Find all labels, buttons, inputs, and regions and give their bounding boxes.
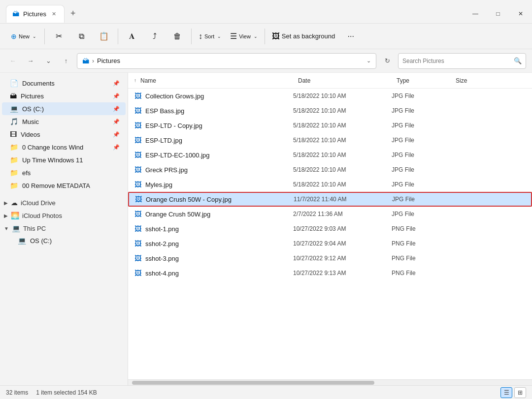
toolbar-separator-1 [44, 29, 45, 44]
file-date: 11/7/2022 11:40 AM [294, 196, 392, 203]
sidebar-group-icloud-drive[interactable]: ▶ ☁ iCloud Drive [0, 196, 128, 209]
view-icon: ☰ [230, 31, 237, 41]
share-button[interactable]: ⤴ [144, 26, 166, 47]
file-type: PNG File [392, 270, 451, 276]
table-row[interactable]: 🖼 sshot-1.png 10/27/2022 9:03 AM PNG Fil… [128, 221, 532, 236]
list-view-button[interactable]: ☰ [500, 387, 512, 398]
new-button[interactable]: ⊕ New ⌄ [6, 26, 41, 47]
view-chevron: ⌄ [254, 34, 258, 39]
address-path[interactable]: 🏔 › Pictures ⌄ [77, 53, 376, 69]
table-row[interactable]: 🖼 ESP-LTD - Copy.jpg 5/18/2022 10:10 AM … [128, 118, 532, 133]
file-icon: 🖼 [134, 181, 141, 188]
file-type: PNG File [392, 225, 451, 232]
videos-icon: 🎞 [10, 130, 17, 138]
new-chevron: ⌄ [33, 34, 36, 39]
sidebar-item-efs[interactable]: 📁 efs [2, 166, 126, 179]
up-button[interactable]: ↑ [59, 54, 73, 68]
pin-icon: 📌 [113, 131, 120, 138]
delete-button[interactable]: 🗑 [166, 26, 188, 47]
pin-icon: 📌 [113, 119, 120, 125]
sidebar-group-icloud-photos[interactable]: ▶ 🌅 iCloud Photos [0, 209, 128, 221]
table-row[interactable]: 🖼 Greck PRS.jpg 5/18/2022 10:10 AM JPG F… [128, 162, 532, 177]
table-row[interactable]: 🖼 ESP-LTD.jpg 5/18/2022 10:10 AM JPG Fil… [128, 133, 532, 148]
sidebar-item-os-c-sub[interactable]: 💻 OS (C:) [2, 234, 126, 247]
minimize-button[interactable]: — [464, 2, 487, 26]
more-options-button[interactable]: ··· [340, 26, 362, 47]
title-bar-left: 🏔 Pictures ✕ + [0, 5, 464, 23]
search-input[interactable] [402, 58, 511, 64]
column-header-size[interactable]: Size [456, 77, 526, 84]
maximize-button[interactable]: □ [487, 2, 509, 26]
file-icon: 🖼 [134, 210, 141, 218]
file-icon: 🖼 [134, 122, 141, 129]
toolbar: ⊕ New ⌄ ✂ ⧉ 📋 𝐀 ⤴ 🗑 ↕ Sort ⌄ ☰ View ⌄ 🖼 … [0, 24, 532, 49]
path-folder-icon: 🏔 [82, 57, 89, 65]
copy-button[interactable]: ⧉ [70, 26, 92, 47]
folder-icon: 📁 [10, 182, 18, 189]
refresh-button[interactable]: ↻ [380, 54, 394, 68]
table-row[interactable]: 🖼 ESP-LTD-EC-1000.jpg 5/18/2022 10:10 AM… [128, 148, 532, 162]
view-label: View [239, 33, 251, 39]
sidebar-item-os-c[interactable]: 💻 OS (C:) 📌 [2, 102, 126, 115]
sidebar-item-up-time[interactable]: 📁 Up Time WIndows 11 [2, 153, 126, 166]
new-tab-button[interactable]: + [66, 8, 80, 19]
close-button[interactable]: ✕ [509, 2, 532, 26]
file-date: 10/27/2022 9:04 AM [293, 240, 392, 247]
set-background-button[interactable]: 🖼 Set as background [268, 26, 339, 47]
sidebar-group-this-pc[interactable]: ▼ 💻 This PC [0, 221, 128, 234]
table-row[interactable]: 🖼 Collection Grows.jpg 5/18/2022 10:10 A… [128, 89, 532, 103]
more-icon: ··· [348, 32, 354, 41]
sort-button[interactable]: ↕ Sort ⌄ [195, 26, 225, 47]
sidebar-item-documents[interactable]: 📄 Documents 📌 [2, 77, 126, 90]
file-icon: 🖼 [134, 166, 141, 174]
paste-button[interactable]: 📋 [93, 26, 115, 47]
file-date: 10/27/2022 9:13 AM [293, 270, 392, 276]
file-name: ESP-LTD.jpg [145, 137, 293, 144]
file-name: sshot-2.png [145, 240, 293, 247]
path-expand-icon[interactable]: ⌄ [366, 58, 371, 64]
file-date: 2/7/2022 11:36 AM [293, 211, 392, 217]
active-tab[interactable]: 🏔 Pictures ✕ [6, 5, 65, 23]
sidebar-item-change-icons[interactable]: 📁 0 Change Icons Wind 📌 [2, 141, 126, 153]
pin-icon: 📌 [113, 144, 120, 151]
dropdown-button[interactable]: ⌄ [41, 54, 55, 68]
file-icon: 🖼 [134, 240, 141, 247]
file-date: 5/18/2022 10:10 AM [293, 137, 392, 144]
column-header-name[interactable]: Name [140, 77, 298, 84]
sidebar-item-remove-meta[interactable]: 📁 00 Remove METADATA [2, 179, 126, 192]
sidebar-item-pictures[interactable]: 🏔 Pictures 📌 [2, 90, 126, 102]
sidebar-item-videos[interactable]: 🎞 Videos 📌 [2, 128, 126, 141]
tab-icon: 🏔 [12, 10, 19, 18]
grid-view-button[interactable]: ⊞ [514, 387, 526, 398]
file-type: JPG File [392, 181, 451, 188]
new-icon: ⊕ [11, 32, 17, 40]
sort-arrow-icon: ↑ [134, 78, 136, 83]
table-row[interactable]: 🖼 sshot-2.png 10/27/2022 9:04 AM PNG Fil… [128, 236, 532, 251]
share-icon: ⤴ [153, 32, 157, 41]
file-icon: 🖼 [134, 92, 141, 100]
view-button[interactable]: ☰ View ⌄ [226, 26, 262, 47]
toolbar-separator-4 [265, 29, 265, 44]
file-name: Orange Crush 50W.jpg [145, 211, 293, 218]
table-row-selected[interactable]: 🖼 Orange Crush 50W - Copy.jpg 11/7/2022 … [128, 192, 532, 207]
column-header-date[interactable]: Date [298, 77, 397, 84]
horizontal-scrollbar[interactable] [128, 379, 532, 385]
search-box[interactable]: 🔍 [398, 53, 526, 69]
column-header-type[interactable]: Type [397, 77, 456, 84]
table-row[interactable]: 🖼 Myles.jpg 5/18/2022 10:10 AM JPG File [128, 177, 532, 192]
back-button[interactable]: ← [6, 54, 20, 68]
title-bar: 🏔 Pictures ✕ + — □ ✕ [0, 0, 532, 24]
table-row[interactable]: 🖼 sshot-3.png 10/27/2022 9:12 AM PNG Fil… [128, 251, 532, 266]
table-row[interactable]: 🖼 ESP Bass.jpg 5/18/2022 10:10 AM JPG Fi… [128, 103, 532, 118]
pin-icon: 📌 [113, 106, 120, 112]
file-name: sshot-3.png [145, 255, 293, 262]
rename-button[interactable]: 𝐀 [121, 26, 143, 47]
table-row[interactable]: 🖼 Orange Crush 50W.jpg 2/7/2022 11:36 AM… [128, 207, 532, 221]
pictures-icon: 🏔 [10, 92, 17, 100]
cut-button[interactable]: ✂ [48, 26, 69, 47]
file-date: 10/27/2022 9:12 AM [293, 255, 392, 262]
tab-close-button[interactable]: ✕ [50, 10, 58, 18]
sidebar-item-music[interactable]: 🎵 Music 📌 [2, 115, 126, 128]
forward-button[interactable]: → [24, 54, 37, 68]
table-row[interactable]: 🖼 sshot-4.png 10/27/2022 9:13 AM PNG Fil… [128, 266, 532, 280]
